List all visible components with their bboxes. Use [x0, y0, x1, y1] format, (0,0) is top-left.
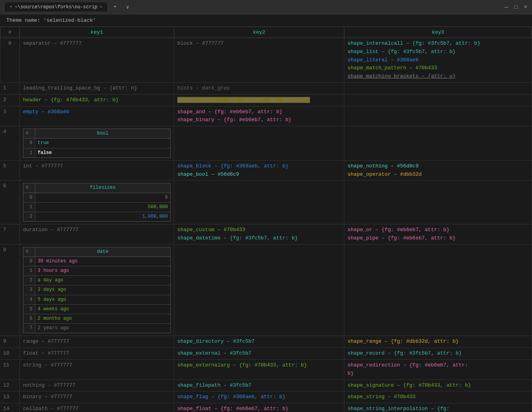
table-cell-key2-row5: shape_block – {fg: #368aeb, attr: b} sha…: [174, 161, 344, 181]
table-cell-key2-row10: shape_external – #3fc5b7: [174, 348, 344, 360]
filesizes-val-0: 0: [35, 193, 170, 202]
date-table: # date 0 30 minutes ago 1 3 hours ago 2 …: [23, 247, 171, 334]
table-cell-key3-row4: [344, 126, 532, 161]
table-cell-key3-row5: shape_nothing – #56d8c9 shape_operator –…: [344, 161, 532, 181]
table-cell-key3-row13: shape_string – #70b433: [344, 391, 532, 403]
tab-title: ~\source\repos\forks\nu-scrip: [15, 4, 97, 10]
bool-idx-1: 1: [23, 148, 35, 158]
table-cell-key1: empty – #368aeb: [20, 106, 174, 127]
filesizes-row-2: 2 1,000,000: [23, 212, 170, 221]
col-header-key2: key2: [174, 27, 344, 38]
bool-idx-0: 0: [23, 139, 35, 148]
table-cell-key3-row14: shape_string_interpolation – {fg: #3fc5b…: [344, 403, 532, 412]
bool-table: # bool 0 true 1 false: [23, 129, 171, 158]
date-val-7: 2 years ago: [35, 324, 170, 333]
table-row: 8: [0, 245, 20, 336]
window-controls: — □ ×: [505, 4, 527, 10]
table-cell-key1: separator – #777777: [20, 38, 174, 83]
close-tab-button[interactable]: ×: [100, 5, 103, 9]
date-val-0: 30 minutes ago: [35, 257, 170, 266]
table-cell-key1-filesizes: # filesizes 0 0 1 500,000 2 1,000,000: [20, 180, 174, 224]
table-cell-key1-row14: cellpath – #777777: [20, 403, 174, 412]
bool-col-index: #: [23, 129, 35, 138]
date-idx-4: 4: [23, 295, 35, 304]
date-val-6: 2 months ago: [35, 314, 170, 323]
table-cell-key1-row12: nothing – #777777: [20, 380, 174, 392]
table-cell-key1-row10: float – #777777: [20, 348, 174, 360]
date-idx-3: 3: [23, 285, 35, 294]
table-cell-key1: leading_trailing_space_bg – {attr: n}: [20, 83, 174, 95]
table-cell-key3-row7: shape_or – {fg: #eb6eb7, attr: b} shape_…: [344, 224, 532, 245]
table-cell-key1-bool: # bool 0 true 1 false: [20, 126, 174, 161]
table-row: 11: [0, 360, 20, 380]
active-tab[interactable]: ⚡ ~\source\repos\forks\nu-scrip ×: [5, 2, 107, 11]
table-row: 3: [0, 106, 20, 127]
table-cell-key1: header – {fg: #70b433, attr: b}: [20, 95, 174, 106]
table-row: 12: [0, 380, 20, 392]
table-row: 7: [0, 224, 20, 245]
filesizes-idx-2: 2: [23, 212, 35, 221]
table-cell-key3-row9: shape_range – {fg: #dbb32d, attr: b}: [344, 336, 532, 348]
date-val-3: 2 days ago: [35, 285, 170, 294]
table-cell-key1-row5: int – #777777: [20, 161, 174, 181]
date-idx-2: 2: [23, 276, 35, 285]
filesizes-val-1: 500,000: [35, 203, 170, 212]
date-row-7: 7 2 years ago: [23, 324, 170, 333]
bool-table-header: # bool: [23, 129, 170, 139]
table-cell-key1-row13: binary – #777777: [20, 391, 174, 403]
table-cell-key3: [344, 95, 532, 106]
date-row-0: 0 30 minutes ago: [23, 257, 170, 266]
table-cell-key2: shape_and – {fg: #eb6eb7, attr: b} shape…: [174, 106, 344, 127]
table-cell-key3-row11: shape_redirection – {fg: #eb6eb7, attr: …: [344, 360, 532, 380]
table-row: 2: [0, 95, 20, 106]
table-cell-key2-row13: shape_flag – {fg: #368aeb, attr: b}: [174, 391, 344, 403]
table-cell-key2-row14: shape_float – {fg: #eb6eb7, attr: b}: [174, 403, 344, 412]
table-cell-key1-row9: range – #777777: [20, 336, 174, 348]
titlebar: ⚡ ~\source\repos\forks\nu-scrip × + ∨ — …: [0, 0, 532, 14]
table-cell-key2-row7: shape_custom – #70b433 shape_datetime – …: [174, 224, 344, 245]
close-window-button[interactable]: ×: [524, 4, 527, 10]
table-cell-key2-row4: [174, 126, 344, 161]
table-cell-key3-row8: [344, 245, 532, 336]
date-idx-0: 0: [23, 257, 35, 266]
table-cell-key3-row12: shape_signature – {fg: #70b433, attr: b}: [344, 380, 532, 392]
table-cell-key2-row9: shape_directory – #3fc5b7: [174, 336, 344, 348]
table-cell-key2-row6: [174, 180, 344, 224]
date-val-2: a day ago: [35, 276, 170, 285]
table-row: 4: [0, 126, 20, 161]
table-row: 13: [0, 391, 20, 403]
filesizes-col-name: filesizes: [35, 183, 170, 192]
table-row: 5: [0, 161, 20, 181]
dropdown-button[interactable]: ∨: [123, 2, 133, 12]
table-body: 0 separator – #777777 block – #777777 sh…: [0, 38, 532, 412]
minimize-button[interactable]: —: [505, 4, 508, 10]
theme-name-line: Theme name: 'selenized-black': [0, 14, 532, 27]
date-row-3: 3 2 days ago: [23, 285, 170, 295]
date-idx-5: 5: [23, 305, 35, 314]
bool-row-0: 0 true: [23, 139, 170, 148]
date-header: # date: [23, 247, 170, 257]
table-row: 0: [0, 38, 20, 83]
table-row: 6: [0, 180, 20, 224]
bool-col-bool: bool: [35, 129, 170, 138]
date-val-1: 3 hours ago: [35, 266, 170, 275]
date-idx-1: 1: [23, 266, 35, 275]
terminal-icon: ⚡: [10, 4, 12, 10]
date-row-1: 1 3 hours ago: [23, 266, 170, 276]
date-row-2: 2 a day ago: [23, 276, 170, 285]
restore-button[interactable]: □: [514, 4, 517, 10]
filesizes-idx-1: 1: [23, 203, 35, 212]
date-row-6: 6 2 months ago: [23, 314, 170, 324]
table-row: 9: [0, 336, 20, 348]
table-cell-key2: hints – dark_gray: [174, 83, 344, 95]
new-tab-button[interactable]: +: [110, 2, 120, 11]
table-cell-key2-row12: shape_filepath – #3fc5b7: [174, 380, 344, 392]
date-col-index: #: [23, 247, 35, 256]
date-idx-6: 6: [23, 314, 35, 323]
table-cell-key3-row6: [344, 180, 532, 224]
col-header-key3: key3: [344, 27, 532, 38]
date-idx-7: 7: [23, 324, 35, 333]
filesizes-header: # filesizes: [23, 183, 170, 193]
bool-row-1: 1 false: [23, 148, 170, 158]
date-row-4: 4 5 days ago: [23, 295, 170, 305]
